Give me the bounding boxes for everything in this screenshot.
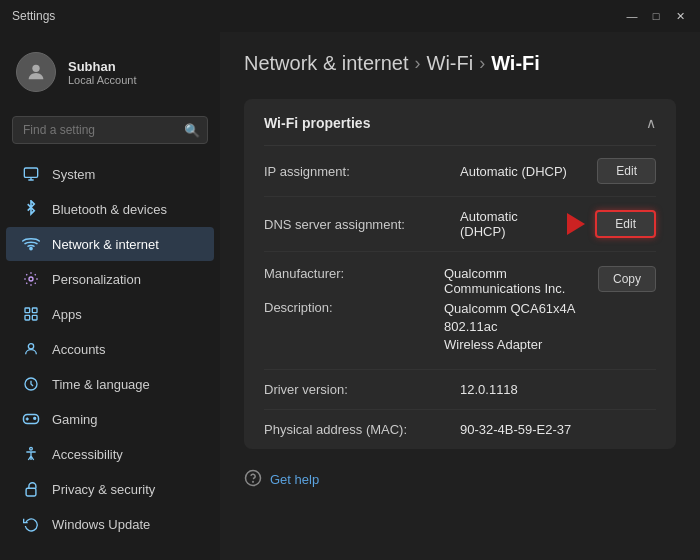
user-section[interactable]: Subhan Local Account: [0, 40, 220, 104]
description-line: Description: Qualcomm QCA61x4A 802.11acW…: [264, 300, 582, 355]
get-help-section: Get help: [244, 469, 676, 499]
svg-point-14: [34, 418, 36, 420]
copy-button[interactable]: Copy: [598, 266, 656, 292]
nav-items: System Bluetooth & devices Network &: [0, 156, 220, 542]
sidebar-item-label: Accessibility: [52, 447, 123, 462]
user-name: Subhan: [68, 59, 137, 74]
manufacturer-label: Manufacturer:: [264, 266, 444, 296]
svg-point-8: [28, 344, 33, 349]
sidebar-item-label: Network & internet: [52, 237, 159, 252]
get-help-link[interactable]: Get help: [270, 472, 319, 487]
driver-version-row: Driver version: 12.0.1118: [264, 370, 656, 410]
svg-point-3: [29, 277, 33, 281]
main-content: Network & internet › Wi-Fi › Wi-Fi Wi-Fi…: [220, 32, 700, 560]
manufacturer-row: Manufacturer: Qualcomm Communications In…: [264, 252, 656, 370]
sidebar-item-update[interactable]: Windows Update: [6, 507, 214, 541]
update-icon: [22, 515, 40, 533]
sidebar: Subhan Local Account 🔍 System: [0, 32, 220, 560]
sidebar-item-label: Gaming: [52, 412, 98, 427]
description-value: Qualcomm QCA61x4A 802.11acWireless Adapt…: [444, 300, 582, 355]
breadcrumb-part-2: Wi-Fi: [427, 52, 474, 75]
system-icon: [22, 165, 40, 183]
sidebar-item-label: Apps: [52, 307, 82, 322]
sidebar-item-label: Privacy & security: [52, 482, 155, 497]
driver-version-value: 12.0.1118: [460, 382, 656, 397]
search-input[interactable]: [12, 116, 208, 144]
ip-assignment-value: Automatic (DHCP): [460, 164, 581, 179]
titlebar-title: Settings: [12, 9, 55, 23]
gaming-icon: [22, 410, 40, 428]
avatar: [16, 52, 56, 92]
sidebar-item-label: System: [52, 167, 95, 182]
manufacturer-info: Manufacturer: Qualcomm Communications In…: [264, 266, 582, 355]
physical-address-row: Physical address (MAC): 90-32-4B-59-E2-3…: [264, 410, 656, 449]
svg-point-18: [253, 481, 254, 482]
card-chevron-icon: ∧: [646, 115, 656, 131]
arrow-right-icon: [567, 213, 585, 235]
network-icon: [22, 235, 40, 253]
svg-point-2: [30, 247, 32, 249]
copy-action: Copy: [598, 266, 656, 292]
dns-edit-button[interactable]: Edit: [595, 210, 656, 238]
user-account-type: Local Account: [68, 74, 137, 86]
breadcrumb-sep-2: ›: [479, 53, 485, 74]
help-icon: [244, 469, 262, 491]
ip-edit-button[interactable]: Edit: [597, 158, 656, 184]
driver-version-label: Driver version:: [264, 382, 444, 397]
sidebar-item-network[interactable]: Network & internet: [6, 227, 214, 261]
svg-rect-5: [32, 308, 37, 313]
sidebar-item-accounts[interactable]: Accounts: [6, 332, 214, 366]
accessibility-icon: [22, 445, 40, 463]
sidebar-item-gaming[interactable]: Gaming: [6, 402, 214, 436]
svg-rect-16: [26, 488, 36, 496]
dns-assignment-row: DNS server assignment: Automatic (DHCP) …: [264, 197, 656, 252]
dns-arrow-indicator: [567, 213, 585, 235]
privacy-icon: [22, 480, 40, 498]
ip-assignment-row: IP assignment: Automatic (DHCP) Edit: [264, 146, 656, 197]
user-info: Subhan Local Account: [68, 59, 137, 86]
accounts-icon: [22, 340, 40, 358]
svg-point-15: [30, 447, 33, 450]
personalization-icon: [22, 270, 40, 288]
svg-rect-6: [25, 315, 30, 320]
close-button[interactable]: ✕: [672, 8, 688, 24]
card-header: Wi-Fi properties ∧: [264, 99, 656, 146]
svg-point-0: [32, 65, 39, 72]
titlebar-controls: — □ ✕: [624, 8, 688, 24]
sidebar-item-accessibility[interactable]: Accessibility: [6, 437, 214, 471]
manufacturer-value: Qualcomm Communications Inc.: [444, 266, 582, 296]
sidebar-item-privacy[interactable]: Privacy & security: [6, 472, 214, 506]
svg-rect-1: [24, 168, 37, 177]
sidebar-item-personalization[interactable]: Personalization: [6, 262, 214, 296]
description-label: Description:: [264, 300, 444, 355]
sidebar-item-bluetooth[interactable]: Bluetooth & devices: [6, 192, 214, 226]
svg-rect-4: [25, 308, 30, 313]
time-icon: [22, 375, 40, 393]
dns-action-group: Edit: [567, 210, 656, 238]
dns-assignment-value: Automatic (DHCP): [460, 209, 551, 239]
svg-rect-7: [32, 315, 37, 320]
bluetooth-icon: [22, 200, 40, 218]
app-body: Subhan Local Account 🔍 System: [0, 32, 700, 560]
apps-icon: [22, 305, 40, 323]
properties-card: Wi-Fi properties ∧ IP assignment: Automa…: [244, 99, 676, 449]
physical-address-label: Physical address (MAC):: [264, 422, 444, 437]
sidebar-item-label: Bluetooth & devices: [52, 202, 167, 217]
sidebar-item-label: Personalization: [52, 272, 141, 287]
maximize-button[interactable]: □: [648, 8, 664, 24]
breadcrumb-part-1: Network & internet: [244, 52, 409, 75]
breadcrumb: Network & internet › Wi-Fi › Wi-Fi: [244, 52, 676, 75]
sidebar-item-label: Windows Update: [52, 517, 150, 532]
search-box: 🔍: [12, 116, 208, 144]
sidebar-item-apps[interactable]: Apps: [6, 297, 214, 331]
minimize-button[interactable]: —: [624, 8, 640, 24]
sidebar-item-system[interactable]: System: [6, 157, 214, 191]
breadcrumb-current: Wi-Fi: [491, 52, 540, 75]
breadcrumb-sep-1: ›: [415, 53, 421, 74]
sidebar-item-label: Accounts: [52, 342, 105, 357]
sidebar-item-time[interactable]: Time & language: [6, 367, 214, 401]
titlebar: Settings — □ ✕: [0, 0, 700, 32]
ip-edit-action: Edit: [597, 158, 656, 184]
physical-address-value: 90-32-4B-59-E2-37: [460, 422, 656, 437]
manufacturer-line: Manufacturer: Qualcomm Communications In…: [264, 266, 582, 296]
